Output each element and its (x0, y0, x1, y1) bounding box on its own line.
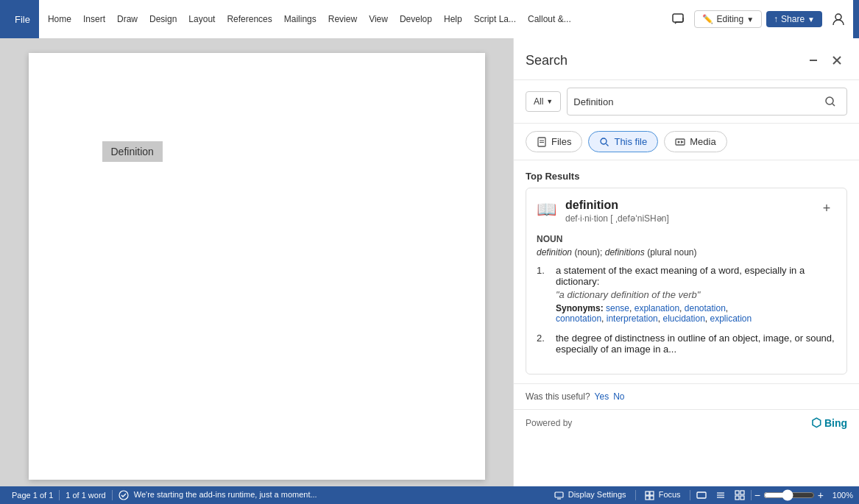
search-panel-title: Search (526, 53, 568, 68)
view-mode-1[interactable] (693, 489, 710, 502)
document-page: Definition (29, 53, 485, 480)
all-chevron-icon: ▼ (546, 98, 553, 105)
chevron-down-icon: ▼ (746, 15, 754, 24)
add-button[interactable]: + (817, 199, 836, 218)
svg-point-5 (826, 97, 833, 104)
status-divider-4 (690, 490, 690, 500)
powered-by-row: Powered by ⬡ Bing (514, 409, 859, 436)
noun-label: NOUN (537, 234, 836, 244)
filter-media-label: Media (690, 136, 715, 147)
display-settings[interactable]: Display Settings (548, 490, 632, 500)
menu-callout[interactable]: Callout &... (522, 11, 577, 27)
comment-button[interactable] (666, 7, 690, 31)
def-text-1: a statement of the exact meaning of a wo… (556, 265, 836, 287)
menu-design[interactable]: Design (144, 11, 183, 27)
search-go-button[interactable] (820, 91, 841, 112)
def-num-2: 2. (537, 333, 548, 355)
zoom-slider[interactable] (763, 489, 815, 501)
definition-item-1: 1. a statement of the exact meaning of a… (537, 265, 836, 324)
synonym-connotation[interactable]: connotation (556, 313, 601, 324)
svg-rect-18 (650, 491, 654, 495)
svg-rect-15 (555, 492, 563, 497)
feedback-label: Was this useful? (526, 391, 590, 402)
synonym-elucidation[interactable]: elucidation (662, 313, 704, 324)
menu-view[interactable]: View (363, 11, 394, 27)
close-search-button[interactable] (827, 50, 847, 71)
menu-items-container: Home Insert Draw Design Layout Reference… (39, 0, 853, 38)
user-icon[interactable] (827, 7, 850, 31)
menu-mailings[interactable]: Mailings (278, 11, 322, 27)
svg-point-14 (119, 491, 128, 500)
search-panel-header: Search (514, 38, 859, 80)
synonym-denotation[interactable]: denotation (685, 303, 726, 313)
menu-layout[interactable]: Layout (183, 11, 221, 27)
search-input-row: All ▼ (514, 80, 859, 124)
share-button[interactable]: ↑ Share ▼ (766, 11, 822, 27)
feedback-yes[interactable]: Yes (595, 391, 609, 402)
editing-button[interactable]: ✏️ Editing ▼ (694, 10, 762, 28)
svg-point-1 (835, 14, 841, 20)
zoom-plus[interactable]: + (818, 489, 824, 501)
svg-rect-19 (646, 496, 649, 500)
powered-by-label: Powered by (526, 418, 572, 428)
filter-this-file[interactable]: This file (588, 131, 658, 152)
zoom-minus[interactable]: − (754, 489, 760, 501)
result-card-header: 📖 definition def·i·ni·tion [ ˌdefəˈniSHə… (537, 199, 836, 224)
synonyms-label: Synonyms: (556, 303, 606, 313)
filter-files-label: Files (551, 136, 571, 147)
pencil-icon: ✏️ (702, 14, 713, 24)
result-pronunciation: def·i·ni·tion [ ˌdefəˈniSHən] (565, 213, 808, 224)
book-icon: 📖 (537, 200, 556, 219)
svg-rect-28 (740, 496, 744, 500)
def-text-2: the degree of distinctness in outline of… (556, 333, 836, 355)
menu-draw[interactable]: Draw (111, 11, 144, 27)
zoom-level[interactable]: 100% (827, 491, 853, 500)
file-menu-item[interactable]: File (6, 0, 39, 38)
menu-develop[interactable]: Develop (394, 11, 438, 27)
filter-tabs: Files This file Media (514, 124, 859, 160)
svg-rect-17 (646, 491, 649, 495)
synonym-interpretation[interactable]: interpretation (607, 313, 658, 324)
results-area[interactable]: Top Results 📖 definition def·i·ni·tion [… (514, 160, 859, 486)
main-content: Definition Search All ▼ (0, 38, 859, 486)
filter-this-file-label: This file (614, 136, 647, 147)
bing-icon: ⬡ (811, 416, 821, 430)
status-right: Display Settings Focus − + 100% (548, 489, 853, 502)
word-count[interactable]: 1 of 1 word (60, 491, 111, 500)
result-card: 📖 definition def·i·ni·tion [ ˌdefəˈniSHə… (526, 188, 847, 375)
def-num-1: 1. (537, 265, 548, 324)
menu-scriptla[interactable]: Script La... (468, 11, 522, 27)
search-input[interactable] (573, 96, 820, 107)
search-all-dropdown[interactable]: All ▼ (526, 91, 561, 112)
svg-rect-27 (735, 496, 739, 500)
view-mode-2[interactable] (713, 489, 729, 502)
zoom-controls: − + 100% (754, 489, 853, 501)
bing-logo: ⬡ Bing (811, 416, 847, 430)
svg-rect-20 (650, 496, 654, 500)
def-content-1: a statement of the exact meaning of a wo… (556, 265, 836, 324)
menu-references[interactable]: References (221, 11, 278, 27)
filter-files[interactable]: Files (526, 131, 582, 152)
filter-media[interactable]: Media (664, 131, 727, 152)
feedback-no[interactable]: No (613, 391, 624, 402)
share-label: Share (781, 14, 805, 24)
menu-help[interactable]: Help (438, 11, 468, 27)
menu-review[interactable]: Review (322, 11, 363, 27)
menu-home[interactable]: Home (42, 11, 77, 27)
menu-insert[interactable]: Insert (77, 11, 111, 27)
svg-point-13 (678, 141, 680, 143)
document-word-box[interactable]: Definition (102, 141, 163, 162)
synonym-explication[interactable]: explication (710, 313, 752, 324)
focus-mode[interactable]: Focus (639, 490, 687, 500)
synonym-sense[interactable]: sense (606, 303, 629, 313)
top-results-label: Top Results (514, 160, 859, 188)
result-body: NOUN definition (noun); definitions (plu… (537, 234, 836, 355)
svg-rect-25 (735, 491, 739, 494)
status-divider-5 (751, 490, 752, 500)
collapse-button[interactable] (803, 50, 824, 71)
editing-label: Editing (716, 14, 743, 24)
page-info[interactable]: Page 1 of 1 (6, 491, 59, 500)
view-mode-3[interactable] (732, 489, 748, 502)
synonym-explanation[interactable]: explanation (634, 303, 679, 313)
bing-label: Bing (824, 417, 847, 429)
